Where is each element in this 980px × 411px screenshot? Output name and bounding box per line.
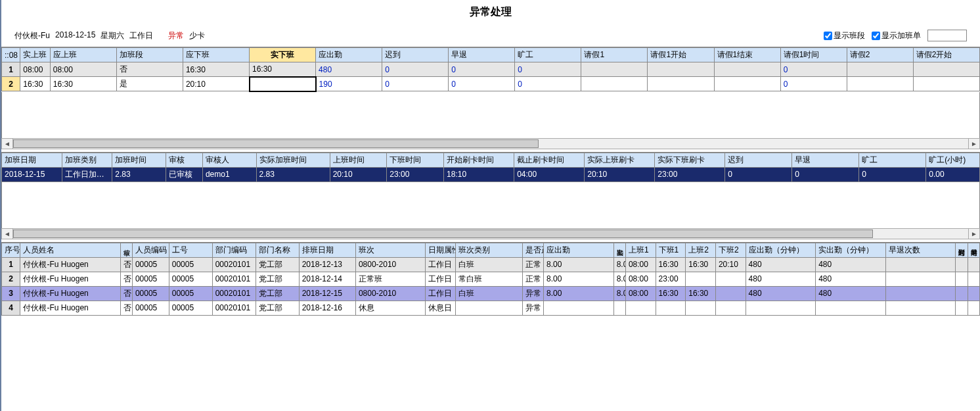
cell[interactable] — [956, 257, 968, 272]
col-sdate[interactable]: 排班日期 — [299, 243, 355, 257]
cell[interactable]: 00005 — [169, 272, 212, 286]
cell[interactable]: 否 — [120, 257, 132, 272]
cell[interactable] — [885, 301, 956, 315]
cell[interactable]: 480 — [816, 272, 886, 286]
col-leave1e[interactable]: 请假1结束 — [714, 48, 780, 62]
col-pcode[interactable]: 人员编码 — [132, 243, 169, 257]
cell[interactable]: 1 — [2, 257, 20, 272]
cell[interactable]: 0 — [515, 62, 581, 77]
show-shift-checkbox[interactable]: 显示班段 — [824, 30, 865, 41]
cell[interactable] — [581, 62, 648, 77]
col-on1[interactable]: 上班1 — [625, 243, 656, 257]
col-stype[interactable]: 班次类别 — [456, 243, 522, 257]
cell[interactable]: 0800-2010 — [355, 286, 426, 301]
cell[interactable] — [913, 62, 979, 77]
cell[interactable]: 正常 — [522, 257, 543, 272]
col-dcode[interactable]: 部门编码 — [212, 243, 256, 257]
col-ot-date[interactable]: 加班日期 — [2, 153, 62, 167]
cell[interactable]: 0 — [382, 62, 449, 77]
col-off2[interactable]: 下班2 — [715, 243, 746, 257]
col-auditor[interactable]: 审核人 — [202, 153, 256, 167]
col-attact[interactable]: 实出勤 — [613, 243, 625, 257]
h-scrollbar[interactable]: ◄ ► — [1, 138, 980, 149]
cell[interactable] — [956, 301, 968, 315]
cell[interactable] — [715, 286, 746, 301]
col-off1[interactable]: 下班1 — [656, 243, 686, 257]
col-req-att[interactable]: 应出勤 — [316, 48, 382, 62]
cell[interactable]: 480 — [746, 272, 816, 286]
ot-grid[interactable]: 加班日期 加班类别 加班时间 审核 审核人 实际加班时间 上班时间 下班时间 开… — [1, 152, 980, 239]
cell[interactable]: 2018-12-14 — [299, 272, 355, 286]
cell[interactable]: 党工部 — [256, 272, 299, 286]
cell[interactable]: 2018-12-15 — [2, 167, 62, 181]
cell[interactable]: 8.00 — [544, 257, 614, 272]
cell[interactable]: 3 — [2, 286, 20, 301]
cell[interactable]: 480 — [746, 286, 816, 301]
row-num[interactable]: 2 — [2, 77, 20, 91]
cell[interactable]: 20:10 — [183, 77, 249, 91]
cell[interactable]: 党工部 — [256, 301, 299, 315]
cell[interactable]: 常白班 — [456, 272, 522, 286]
cell[interactable]: 0 — [780, 62, 847, 77]
cell[interactable]: 工作日 — [426, 257, 456, 272]
col-norm[interactable]: 是否正常 — [522, 243, 543, 257]
col-plan-off[interactable]: 应下班 — [183, 48, 249, 62]
cell[interactable] — [686, 301, 716, 315]
col-earlymin[interactable]: 早退时间 — [968, 243, 979, 257]
attendance-grid[interactable]: 序号 人员姓名 审核 人员编码 工号 部门编码 部门名称 排班日期 班次 日期属… — [1, 242, 980, 409]
cell[interactable]: 2.83 — [112, 167, 166, 181]
cell[interactable]: 付伙根-Fu Huogen — [20, 301, 120, 315]
col-act-off-punch[interactable]: 实际下班刷卡 — [655, 153, 725, 167]
col-absent2[interactable]: 旷工 — [859, 153, 926, 167]
cell[interactable]: 0 — [449, 62, 515, 77]
col-latemin[interactable]: 迟到时间 — [956, 243, 968, 257]
cell[interactable] — [956, 272, 968, 286]
col-dname[interactable]: 部门名称 — [256, 243, 299, 257]
col-plan-on[interactable]: 应上班 — [50, 48, 116, 62]
cell[interactable] — [968, 286, 979, 301]
cell[interactable]: 00005 — [132, 257, 169, 272]
cell[interactable] — [885, 272, 956, 286]
cell[interactable]: 08:00 — [625, 272, 656, 286]
col-audit[interactable]: 审核 — [120, 243, 132, 257]
col-reqmin[interactable]: 应出勤（分钟） — [746, 243, 816, 257]
col-off-time[interactable]: 下班时间 — [387, 153, 444, 167]
cell[interactable] — [885, 257, 956, 272]
cell[interactable]: 否 — [120, 272, 132, 286]
cell[interactable]: 23:00 — [655, 167, 725, 181]
cell[interactable]: 04:00 — [514, 167, 585, 181]
cell[interactable]: 20:10 — [715, 257, 746, 272]
col-wnum[interactable]: 工号 — [169, 243, 212, 257]
cell[interactable] — [885, 286, 956, 301]
cell[interactable]: 00020101 — [212, 301, 256, 315]
cell[interactable]: 休息日 — [426, 301, 456, 315]
scroll-right-icon[interactable]: ► — [968, 139, 979, 149]
cell[interactable]: 否 — [120, 286, 132, 301]
col-leave1s[interactable]: 请假1开始 — [648, 48, 714, 62]
cell[interactable]: 0 — [515, 77, 581, 91]
cb-shift[interactable] — [824, 32, 832, 40]
cell[interactable]: 已审核 — [166, 167, 202, 181]
col-seq[interactable]: 序号 — [2, 243, 20, 257]
col-early2[interactable]: 早退 — [792, 153, 859, 167]
cell[interactable]: 08:00 — [50, 62, 116, 77]
cell[interactable]: 2018-12-15 — [299, 286, 355, 301]
col-late[interactable]: 迟到 — [382, 48, 449, 62]
cell[interactable] — [714, 62, 780, 77]
cell[interactable]: 否 — [120, 301, 132, 315]
cell[interactable]: 16:30 — [183, 62, 249, 77]
cell-focused[interactable] — [250, 77, 316, 91]
cell[interactable]: 18:10 — [444, 167, 514, 181]
cell[interactable] — [714, 77, 780, 91]
cell[interactable] — [613, 301, 625, 315]
cell[interactable]: 480 — [746, 257, 816, 272]
cell[interactable]: 白班 — [456, 286, 522, 301]
cell[interactable]: 2 — [2, 272, 20, 286]
cell[interactable]: 08:00 — [625, 257, 656, 272]
col-ot-seg[interactable]: 加班段 — [116, 48, 183, 62]
col-attreq[interactable]: 应出勤 — [544, 243, 614, 257]
cell[interactable]: 正常班 — [355, 272, 426, 286]
cell[interactable]: 异常 — [522, 286, 543, 301]
cell[interactable] — [847, 77, 913, 91]
col-absent-h[interactable]: 旷工(小时) — [926, 153, 980, 167]
